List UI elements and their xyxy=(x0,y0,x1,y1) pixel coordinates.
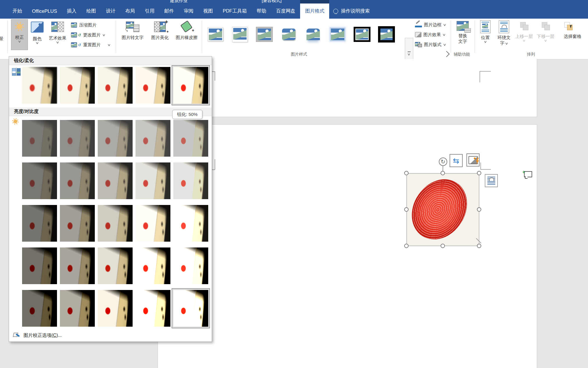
resize-handle-3[interactable] xyxy=(404,207,409,212)
page-1[interactable] xyxy=(158,59,537,117)
tab-绘图[interactable]: 绘图 xyxy=(81,3,101,19)
clipped-remove-background-label[interactable]: 景 xyxy=(0,36,3,42)
bc-thumb-b40-c20[interactable] xyxy=(173,247,208,284)
bc-thumb-b-20-c40[interactable] xyxy=(60,290,95,327)
picture-style-7[interactable] xyxy=(354,22,370,47)
bc-thumb-b0-c40[interactable] xyxy=(98,290,133,327)
bc-thumb-b-40-c20[interactable] xyxy=(22,247,57,284)
bc-thumb-b-40-c0[interactable] xyxy=(22,205,57,242)
photo-preview xyxy=(136,247,170,284)
bc-thumb-b20-c-40[interactable] xyxy=(136,120,170,157)
bc-thumb-b-20-c-20[interactable] xyxy=(60,162,95,199)
alt-text-button[interactable]: 替换 文字 xyxy=(452,19,473,49)
bc-thumb-b0-c0[interactable] xyxy=(98,205,133,242)
resize-handle-1[interactable] xyxy=(441,171,445,175)
bc-thumb-b20-c-20[interactable] xyxy=(136,162,170,199)
tell-me-search[interactable]: 操作说明搜索 xyxy=(333,3,370,19)
smart-beautify-button[interactable] xyxy=(466,153,480,167)
sharpen-thumb-0[interactable] xyxy=(98,67,133,104)
picture-style-2[interactable] xyxy=(231,22,248,47)
resize-handle-7[interactable] xyxy=(477,244,481,248)
resize-handle-5[interactable] xyxy=(404,244,409,248)
tab-设计[interactable]: 设计 xyxy=(101,3,120,19)
compress-picture-icon xyxy=(71,22,77,28)
resize-handle-6[interactable] xyxy=(441,244,445,248)
convert-picture-button[interactable]: ⇆ xyxy=(450,154,463,167)
bc-thumb-b0-c20[interactable] xyxy=(98,247,133,284)
picture-layout-icon xyxy=(415,42,422,47)
tab-百度网盘[interactable]: 百度网盘 xyxy=(271,3,300,19)
bc-thumb-b40-c0[interactable] xyxy=(173,205,208,242)
tab-布局[interactable]: 布局 xyxy=(120,3,140,19)
tab-开始[interactable]: 开始 xyxy=(8,3,27,19)
picture-to-text-button[interactable]: ⤹ 图片转文字 xyxy=(119,19,147,49)
picture-border-button[interactable]: 图片边框 ∨ xyxy=(415,21,446,29)
tab-引用[interactable]: 引用 xyxy=(140,3,159,19)
tab-插入[interactable]: 插入 xyxy=(62,3,81,19)
bc-thumb-b-40-c40[interactable] xyxy=(22,290,57,327)
picture-layout-button[interactable]: 图片版式 ∨ xyxy=(415,41,446,48)
picture-style-6[interactable] xyxy=(329,22,346,47)
selection-pane-button[interactable]: 选择窗格 xyxy=(557,19,588,49)
picture-style-3[interactable] xyxy=(256,22,273,47)
picture-effects-button[interactable]: 图片效果 ∨ xyxy=(415,31,445,38)
reset-arrow-icon: ↺ xyxy=(78,43,81,47)
compress-picture-button[interactable]: 压缩图片 xyxy=(71,22,97,29)
layout-options-button[interactable] xyxy=(485,174,498,187)
sharpen-thumb--50[interactable] xyxy=(22,67,57,104)
picture-style-4[interactable] xyxy=(280,22,297,47)
rotate-handle[interactable]: ↻ xyxy=(439,158,447,166)
bc-thumb-b40-c-40[interactable] xyxy=(173,120,208,157)
tab-OfficePLUS[interactable]: OfficePLUS xyxy=(27,3,62,19)
bc-thumb-b-20-c0[interactable] xyxy=(60,205,95,242)
tab-视图[interactable]: 视图 xyxy=(198,3,218,19)
bc-thumb-b40-c40[interactable] xyxy=(173,290,208,327)
change-picture-button[interactable]: ↺ 更改图片 ∨ xyxy=(71,31,105,38)
bc-thumb-b-20-c-40[interactable] xyxy=(60,120,95,157)
photo-preview xyxy=(98,120,133,157)
tab-帮助[interactable]: 帮助 xyxy=(252,3,271,19)
wrap-text-button[interactable]: 环绕文 字 ∨ xyxy=(495,19,513,49)
picture-beautify-button[interactable]: ✚ ✚ 图片美化 xyxy=(148,19,172,49)
resize-handle-0[interactable] xyxy=(404,171,409,175)
chevron-down-icon: ∨ xyxy=(442,33,446,36)
picture-style-5[interactable] xyxy=(305,22,322,47)
color-button[interactable]: 颜色 ∨ xyxy=(30,19,45,49)
tab-邮件[interactable]: 邮件 xyxy=(159,3,179,19)
photo-preview xyxy=(136,290,170,327)
photo-preview xyxy=(22,247,57,284)
window-title-right: [兼容模式] xyxy=(262,0,281,3)
selected-fingerprint-image[interactable] xyxy=(407,173,479,246)
bc-thumb-b20-c40[interactable] xyxy=(136,290,170,327)
bc-thumb-b-40-c-40[interactable] xyxy=(22,120,57,157)
resize-handle-2[interactable] xyxy=(477,171,481,175)
dialog-launcher-icon[interactable] xyxy=(443,51,450,57)
bc-thumb-b-20-c20[interactable] xyxy=(60,247,95,284)
bc-thumb-b-40-c-20[interactable] xyxy=(22,162,57,199)
artistic-effects-button[interactable]: 艺术效果 ∨ xyxy=(47,19,69,49)
picture-style-1[interactable] xyxy=(207,22,224,47)
new-comment-button[interactable]: + xyxy=(523,170,532,179)
tab-PDF工具箱[interactable]: PDF工具箱 xyxy=(218,3,252,19)
sharpen-thumb-50[interactable] xyxy=(173,67,208,104)
bc-thumb-b20-c0[interactable] xyxy=(136,205,170,242)
reset-picture-button[interactable]: ↺ 重置图片 ∨ xyxy=(71,41,110,48)
photo-preview xyxy=(173,290,208,327)
bc-thumb-b20-c20[interactable] xyxy=(136,247,170,284)
sharpen-thumb-25[interactable] xyxy=(136,67,170,104)
bc-thumb-b40-c-20[interactable] xyxy=(173,162,208,199)
tab-审阅[interactable]: 审阅 xyxy=(179,3,198,19)
bc-thumb-b0-c-20[interactable] xyxy=(98,162,133,199)
sharpen-thumb--25[interactable] xyxy=(60,67,95,104)
contextual-tab-block xyxy=(300,0,329,3)
picture-corrections-options-item[interactable]: 图片校正选项(C)... xyxy=(9,330,212,341)
photo-preview xyxy=(136,162,170,199)
bc-thumb-b0-c-40[interactable] xyxy=(98,120,133,157)
resize-handle-4[interactable] xyxy=(477,207,481,212)
position-button[interactable]: 位置 ∨ xyxy=(477,19,493,49)
corrections-button[interactable]: 校正 ∨ xyxy=(11,19,28,50)
picture-eraser-button[interactable]: ✚ 图片橡皮擦 xyxy=(173,19,200,49)
tab-图片格式[interactable]: 图片格式 xyxy=(300,3,329,19)
picture-style-8[interactable] xyxy=(378,22,395,47)
alt-text-icon xyxy=(457,21,469,31)
